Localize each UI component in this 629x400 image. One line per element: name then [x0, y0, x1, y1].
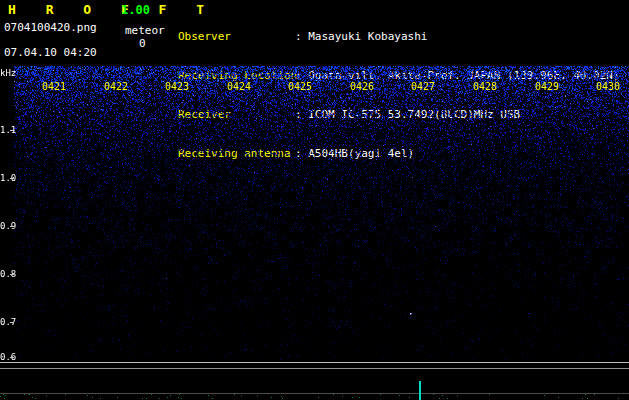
time-label: 0427: [411, 81, 435, 92]
info-value: : Masayuki Kobayashi: [295, 30, 427, 43]
time-label: 0429: [535, 81, 559, 92]
info-label: Observer: [178, 30, 295, 43]
spectrogram-canvas: [14, 66, 629, 360]
info-row: Observer: Masayuki Kobayashi: [178, 30, 620, 43]
meteor-counter-label: meteor: [125, 24, 165, 37]
app-version: 1.00: [121, 3, 150, 17]
freq-tick-mark: [10, 130, 14, 131]
time-label: 0422: [104, 81, 128, 92]
time-label: 0426: [350, 81, 374, 92]
time-label: 0430: [596, 81, 620, 92]
freq-tick-mark: [10, 178, 14, 179]
time-label: 0424: [227, 81, 251, 92]
signal-strip-canvas: [0, 360, 629, 400]
khz-unit-label: kHz: [0, 68, 16, 78]
time-label: 0421: [42, 81, 66, 92]
freq-tick-mark: [10, 357, 14, 358]
freq-tick-mark: [10, 274, 14, 275]
freq-tick-mark: [10, 322, 14, 323]
time-label: 0425: [288, 81, 312, 92]
output-filename: 0704100420.png: [4, 21, 97, 34]
meteor-spike: [419, 381, 421, 400]
time-label: 0428: [473, 81, 497, 92]
date-time: 07.04.10 04:20: [4, 46, 97, 59]
hrofft-window: H R O F F T 1.00 0704100420.png meteor 0…: [0, 0, 629, 400]
time-label: 0423: [165, 81, 189, 92]
meteor-counter-value: 0: [139, 37, 146, 50]
freq-tick-mark: [10, 226, 14, 227]
